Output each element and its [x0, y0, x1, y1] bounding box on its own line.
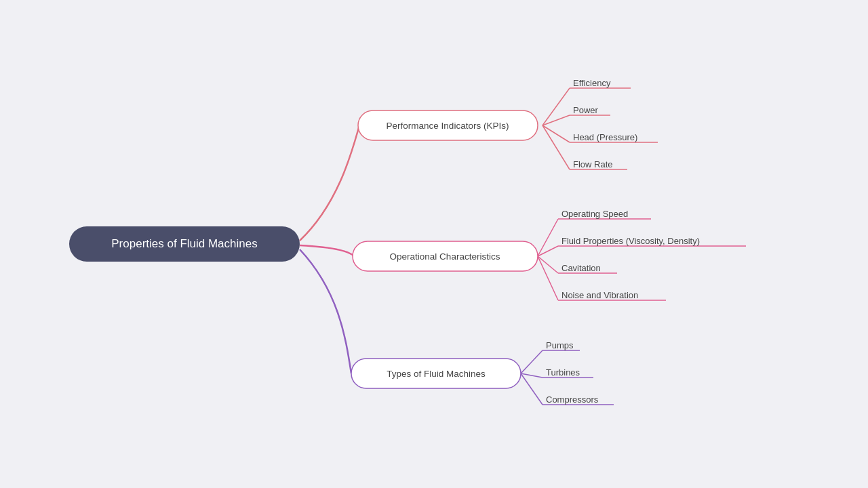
mind-map: Performance Indicators (KPIs) Efficiency…: [0, 0, 868, 488]
root-label: Properties of Fluid Machines: [111, 237, 257, 250]
leaf-turbines: Turbines: [546, 367, 580, 378]
ops-label: Operational Characteristics: [390, 251, 500, 262]
leaf-noise: Noise and Vibration: [561, 290, 638, 300]
leaf-power: Power: [573, 105, 599, 115]
leaf-efficiency: Efficiency: [573, 78, 611, 88]
leaf-compressors: Compressors: [546, 394, 599, 405]
leaf-pumps: Pumps: [546, 340, 574, 350]
leaf-head: Head (Pressure): [573, 132, 637, 142]
perf-label: Performance Indicators (KPIs): [387, 121, 509, 131]
leaf-flowrate: Flow Rate: [573, 159, 613, 169]
leaf-speed: Operating Speed: [561, 209, 628, 219]
types-label: Types of Fluid Machines: [387, 369, 486, 379]
leaf-fluid: Fluid Properties (Viscosity, Density): [561, 236, 700, 246]
leaf-cavitation: Cavitation: [561, 263, 601, 273]
